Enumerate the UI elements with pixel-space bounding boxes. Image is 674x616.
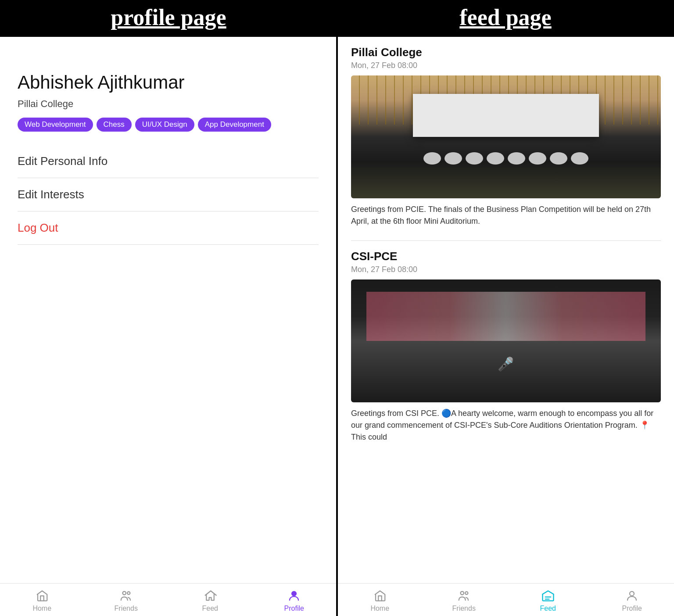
edit-interests[interactable]: Edit Interests <box>18 178 319 211</box>
auditorium-image <box>351 75 661 198</box>
edit-personal-info[interactable]: Edit Personal Info <box>18 145 319 178</box>
profile-icon <box>287 589 301 603</box>
friends-label: Friends <box>115 605 138 612</box>
home-icon-feed <box>373 589 387 603</box>
nav-profile-profile[interactable]: Profile <box>252 589 337 612</box>
friends-icon-feed <box>457 589 471 603</box>
post-1-title: Pillai College <box>351 46 661 59</box>
table-4 <box>487 152 504 165</box>
nav-friends-feed[interactable]: Friends <box>422 589 506 612</box>
feed-page-title: feed page <box>459 4 551 30</box>
profile-page-title: profile page <box>111 4 226 30</box>
table-7 <box>550 152 567 165</box>
feed-header: feed page <box>337 4 674 30</box>
post-2-title: CSI-PCE <box>351 250 661 263</box>
feed-icon-feed <box>541 589 555 603</box>
profile-label: Profile <box>284 605 304 612</box>
nav-home-feed[interactable]: Home <box>338 589 422 612</box>
table-2 <box>445 152 462 165</box>
interests-tags: Web Development Chess UI/UX Design App D… <box>18 118 319 132</box>
svg-point-3 <box>461 591 464 595</box>
table-5 <box>508 152 525 165</box>
table-3 <box>466 152 483 165</box>
user-college: Pillai College <box>18 98 319 110</box>
feed-post-2: CSI-PCE Mon, 27 Feb 08:00 Greetings from… <box>351 250 661 443</box>
feed-divider-1 <box>351 240 661 241</box>
feed-page: Pillai College Mon, 27 Feb 08:00 <box>338 37 674 616</box>
home-icon <box>35 589 49 603</box>
feed-icon <box>203 589 217 603</box>
friends-icon <box>119 589 133 603</box>
home-label-feed: Home <box>370 605 389 612</box>
feed-post-1: Pillai College Mon, 27 Feb 08:00 <box>351 46 661 227</box>
nav-home-profile[interactable]: Home <box>0 589 84 612</box>
table-1 <box>423 152 441 165</box>
post-1-date: Mon, 27 Feb 08:00 <box>351 61 661 70</box>
profile-bottom-nav: Home Friends Feed Profile <box>0 583 336 616</box>
feed-bottom-nav: Home Friends Feed Profile <box>338 583 674 616</box>
profile-header: profile page <box>0 4 337 30</box>
svg-point-0 <box>123 591 126 595</box>
post-2-date: Mon, 27 Feb 08:00 <box>351 265 661 274</box>
friends-label-feed: Friends <box>452 605 476 612</box>
tag-web-dev: Web Development <box>18 118 93 132</box>
profile-icon-feed <box>625 589 639 603</box>
post-1-image <box>351 75 661 198</box>
nav-feed-profile[interactable]: Feed <box>168 589 252 612</box>
home-label: Home <box>32 605 51 612</box>
post-1-desc: Greetings from PCIE. The finals of the B… <box>351 204 661 227</box>
post-2-image <box>351 279 661 402</box>
main-content: Abhishek Ajithkumar Pillai College Web D… <box>0 37 674 616</box>
menu-list: Edit Personal Info Edit Interests Log Ou… <box>18 145 319 245</box>
round-tables <box>366 131 645 186</box>
user-name: Abhishek Ajithkumar <box>18 72 319 93</box>
table-8 <box>571 152 588 165</box>
tag-app-dev: App Development <box>198 118 271 132</box>
profile-page: Abhishek Ajithkumar Pillai College Web D… <box>0 37 336 616</box>
svg-point-1 <box>127 592 130 595</box>
svg-point-4 <box>465 592 468 595</box>
feed-content: Pillai College Mon, 27 Feb 08:00 <box>338 37 674 583</box>
logout-button[interactable]: Log Out <box>18 211 319 245</box>
profile-content: Abhishek Ajithkumar Pillai College Web D… <box>0 37 336 583</box>
top-header: profile page feed page <box>0 0 674 37</box>
nav-feed-feed[interactable]: Feed <box>506 589 590 612</box>
feed-label-feed: Feed <box>540 605 556 612</box>
conference-image <box>351 279 661 402</box>
nav-profile-feed[interactable]: Profile <box>590 589 674 612</box>
table-6 <box>529 152 546 165</box>
nav-friends-profile[interactable]: Friends <box>84 589 168 612</box>
svg-point-2 <box>292 591 296 596</box>
feed-label: Feed <box>202 605 218 612</box>
svg-point-5 <box>630 591 634 596</box>
tag-chess: Chess <box>97 118 132 132</box>
tag-uiux: UI/UX Design <box>135 118 194 132</box>
post-2-desc: Greetings from CSI PCE. 🔵A hearty welcom… <box>351 408 661 443</box>
profile-label-feed: Profile <box>622 605 642 612</box>
